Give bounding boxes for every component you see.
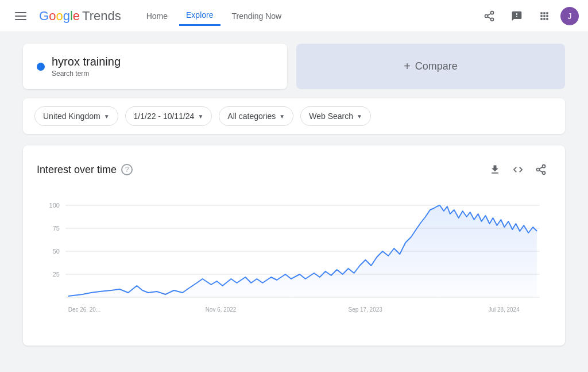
svg-text:75: 75 [53,225,60,232]
chart-share-icon [535,164,547,175]
search-type-filter[interactable]: Web Search ▼ [300,106,371,126]
feedback-button[interactable] [505,5,528,28]
interest-chart: 100 75 50 25 Dec 26, 20... Nov 6, 2022 S… [37,194,551,332]
download-button[interactable] [485,159,505,180]
chart-share-button[interactable] [531,159,551,180]
svg-point-8 [543,165,546,168]
main-nav: Home Explore Trending Now [140,6,478,26]
filter-row: United Kingdom ▼ 1/1/22 - 10/11/24 ▼ All… [23,98,565,134]
chart-title: Interest over time [37,164,117,176]
category-filter[interactable]: All categories ▼ [219,106,293,126]
chevron-down-icon: ▼ [279,113,285,120]
header-left: Google Trends [9,5,121,28]
svg-text:Jul 28, 2024: Jul 28, 2024 [488,306,520,313]
svg-text:Nov 6, 2022: Nov 6, 2022 [206,306,237,313]
nav-trending[interactable]: Trending Now [225,7,289,25]
header: Google Trends Home Explore Trending Now … [0,0,588,32]
svg-point-10 [543,171,546,174]
main-content: hyrox training Search term + Compare Uni… [0,32,588,357]
embed-icon [512,164,524,175]
svg-rect-0 [15,12,26,13]
svg-line-12 [539,167,543,168]
chart-header: Interest over time ? [37,159,551,180]
help-icon[interactable]: ? [121,164,133,175]
category-filter-label: All categories [227,112,276,121]
svg-text:25: 25 [53,271,60,278]
avatar[interactable]: J [560,7,579,25]
help-icon-label: ? [125,166,129,174]
term-type: Search term [52,70,121,78]
feedback-icon [511,10,523,22]
hamburger-icon [15,10,26,22]
term-info: hyrox training Search term [52,55,121,78]
svg-rect-2 [15,19,26,20]
chart-actions [485,159,551,180]
chart-card: Interest over time ? [23,145,565,346]
logo: Google Trends [39,9,121,24]
chart-title-area: Interest over time ? [37,164,133,176]
svg-point-3 [491,11,494,14]
search-term-card: hyrox training Search term [23,44,287,89]
svg-text:Dec 26, 20...: Dec 26, 20... [68,306,100,313]
search-type-filter-label: Web Search [309,112,353,121]
chevron-down-icon: ▼ [198,113,203,120]
svg-point-5 [491,18,494,21]
region-filter[interactable]: United Kingdom ▼ [34,106,118,126]
header-actions: J [478,5,579,28]
compare-plus-icon: + [404,60,411,73]
apps-button[interactable] [533,5,556,28]
compare-card[interactable]: + Compare [296,44,565,89]
svg-text:50: 50 [53,248,60,255]
svg-point-9 [537,168,540,171]
svg-line-11 [539,170,543,172]
share-button[interactable] [478,5,501,28]
google-logo-text: Google [39,9,80,24]
apps-icon [539,10,550,22]
chevron-down-icon: ▼ [357,113,362,120]
download-icon [489,164,501,175]
term-name: hyrox training [52,55,121,68]
compare-label: Compare [415,60,458,72]
nav-home[interactable]: Home [140,7,175,25]
trends-logo-text: Trends [82,9,121,24]
share-icon [483,10,495,22]
embed-button[interactable] [508,159,528,180]
svg-line-6 [488,17,491,18]
menu-button[interactable] [9,5,32,28]
chevron-down-icon: ▼ [104,113,110,120]
svg-text:Sep 17, 2023: Sep 17, 2023 [349,306,383,313]
svg-point-4 [485,14,488,17]
nav-explore[interactable]: Explore [179,6,220,26]
date-filter[interactable]: 1/1/22 - 10/11/24 ▼ [125,106,212,126]
term-dot [37,63,45,71]
chart-area: 100 75 50 25 Dec 26, 20... Nov 6, 2022 S… [37,194,551,332]
region-filter-label: United Kingdom [43,112,100,121]
compare-inner: + Compare [404,60,458,73]
search-terms-row: hyrox training Search term + Compare [23,44,565,89]
svg-rect-1 [15,16,26,17]
svg-line-7 [488,13,491,15]
date-filter-label: 1/1/22 - 10/11/24 [134,112,195,121]
svg-text:100: 100 [49,202,60,209]
